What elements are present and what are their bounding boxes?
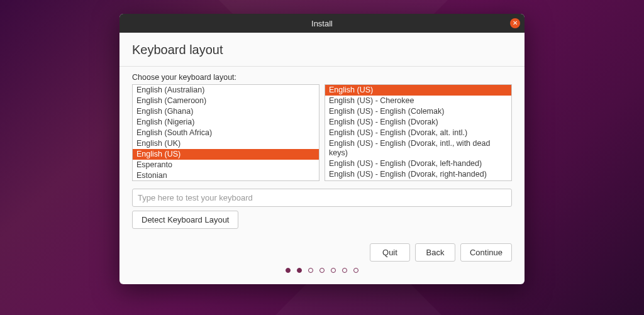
progress-dot (353, 268, 358, 273)
progress-dot (286, 268, 291, 273)
page-title: Keyboard layout (132, 43, 512, 57)
window-title: Install (311, 19, 333, 28)
instruction-label: Choose your keyboard layout: (132, 73, 512, 82)
progress-dot (342, 268, 347, 273)
layout-item[interactable]: English (Cameroon) (133, 96, 319, 106)
variant-item[interactable]: English (US) - English (Dvorak) (325, 117, 511, 128)
continue-button[interactable]: Continue (460, 243, 512, 262)
progress-dot (331, 268, 336, 273)
variant-item[interactable]: English (US) - English (Dvorak, left-han… (325, 158, 511, 169)
close-icon: ✕ (513, 20, 518, 26)
progress-dot (308, 268, 313, 273)
variant-item[interactable]: English (US) - English (Dvorak, right-ha… (325, 169, 511, 180)
footer-buttons: Quit Back Continue (132, 236, 512, 262)
progress-dot (319, 268, 325, 273)
variant-item[interactable]: English (US) (325, 85, 511, 96)
divider (119, 66, 525, 67)
keyboard-test-input[interactable] (132, 189, 512, 207)
layout-item[interactable]: Estonian (133, 170, 319, 181)
variant-item[interactable]: English (US) - English (Dvorak, alt. int… (325, 128, 511, 138)
quit-button[interactable]: Quit (370, 243, 410, 262)
layout-item[interactable]: English (South Africa) (133, 128, 319, 138)
layout-item[interactable]: English (Ghana) (133, 106, 319, 117)
variant-item[interactable]: English (US) - English (Dvorak, intl., w… (325, 138, 511, 158)
test-row (132, 189, 512, 207)
layout-item[interactable]: Esperanto (133, 160, 319, 170)
back-button[interactable]: Back (415, 243, 455, 262)
variant-listbox[interactable]: English (US)English (US) - CherokeeEngli… (325, 84, 512, 181)
detect-row: Detect Keyboard Layout (132, 211, 512, 229)
layout-item[interactable]: English (Australian) (133, 85, 319, 96)
progress-dots (132, 268, 512, 277)
layout-item[interactable]: English (UK) (133, 138, 319, 149)
progress-dot (297, 268, 302, 273)
variant-item[interactable]: English (US) - Cherokee (325, 96, 511, 106)
variant-item[interactable]: English (US) - English (Macintosh) (325, 180, 511, 181)
layout-item[interactable]: English (US) (133, 149, 319, 160)
detect-layout-button[interactable]: Detect Keyboard Layout (132, 211, 238, 229)
installer-window: Install ✕ Keyboard layout Choose your ke… (119, 14, 525, 284)
title-bar: Install ✕ (119, 14, 525, 33)
content-area: Keyboard layout Choose your keyboard lay… (119, 33, 525, 284)
variant-item[interactable]: English (US) - English (Colemak) (325, 106, 511, 117)
layout-lists: English (Australian)English (Cameroon)En… (132, 84, 512, 181)
close-button[interactable]: ✕ (510, 18, 520, 28)
layout-listbox[interactable]: English (Australian)English (Cameroon)En… (132, 84, 319, 181)
layout-item[interactable]: English (Nigeria) (133, 117, 319, 128)
